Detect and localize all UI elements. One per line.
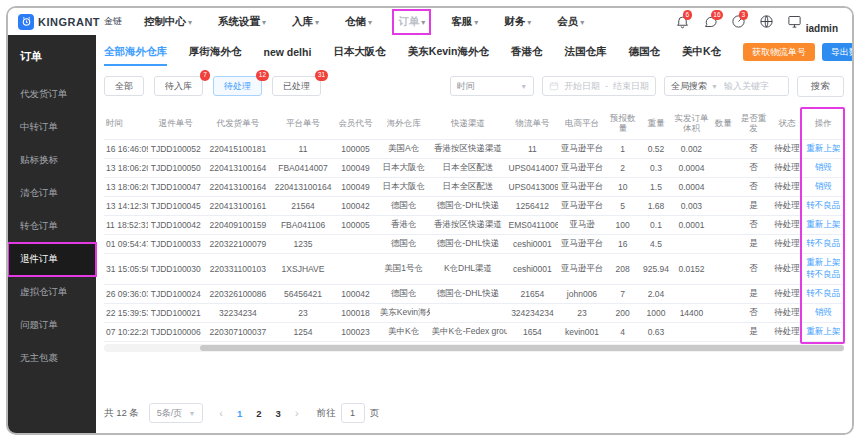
- nav-item-1[interactable]: 系统设置▾: [218, 15, 266, 29]
- warehouse-tab-2[interactable]: new delhi: [264, 40, 312, 65]
- cell-r6-c3: 1XSJHAVE: [273, 254, 334, 285]
- operations-cell: 销毁: [802, 178, 844, 197]
- status-tab-1[interactable]: 待入库7: [154, 76, 203, 96]
- nav-item-4[interactable]: 订单▾: [398, 15, 425, 29]
- warehouse-tab-1[interactable]: 厚街海外仓: [189, 39, 242, 66]
- keyword-input[interactable]: [724, 81, 788, 91]
- nav-item-label: 会员: [557, 15, 578, 27]
- sidebar-item-5[interactable]: 退件订单: [8, 243, 96, 276]
- goto-label: 前往: [317, 407, 336, 420]
- orders-table: 时间退件单号代发货单号平台单号会员代号海外仓库快递渠道物流单号电商平台预报数量重…: [104, 107, 844, 342]
- goto-page-input[interactable]: [341, 403, 365, 423]
- action-link-销毁[interactable]: 销毁: [804, 307, 842, 319]
- time-select[interactable]: 时间 ▼: [450, 76, 534, 96]
- gauge-icon[interactable]: 3: [731, 14, 746, 29]
- horizontal-scrollbar-thumb[interactable]: [200, 345, 844, 351]
- status-tab-2[interactable]: 待处理12: [213, 76, 262, 96]
- warehouse-tab-8[interactable]: 美中K仓: [682, 39, 721, 66]
- sidebar-item-0[interactable]: 代发货订单: [8, 78, 96, 111]
- search-scope-select[interactable]: 全局搜索 ▼: [665, 80, 724, 93]
- cell-r0-c9: 1: [606, 140, 640, 159]
- cell-r7-c0: 26 09:36:03: [104, 285, 148, 304]
- cell-r6-c6: K仓DHL渠道: [430, 254, 507, 285]
- orders-table-wrap: 时间退件单号代发货单号平台单号会员代号海外仓库快递渠道物流单号电商平台预报数量重…: [104, 107, 844, 342]
- action-link-转不良品[interactable]: 转不良品: [804, 269, 842, 281]
- action-link-重新上架[interactable]: 重新上架: [804, 326, 842, 338]
- table-row: 07 10:22:20TJDD1000062203071000371254100…: [104, 323, 844, 342]
- sidebar-item-2[interactable]: 贴标换标: [8, 144, 96, 177]
- app-window: KINGRANT 金链 控制中心▾系统设置▾入库▾仓储▾订单▾客服▾财务▾会员▾…: [6, 6, 854, 435]
- page-number-3[interactable]: 3: [276, 408, 281, 419]
- date-range-input[interactable]: 开始日期 - 结束日期: [542, 76, 656, 96]
- cell-r3-c1: TJDD100045: [148, 197, 203, 216]
- cell-r0-c10: 0.52: [640, 140, 673, 159]
- next-page-button[interactable]: ›: [295, 407, 299, 419]
- sidebar-item-3[interactable]: 清仓订单: [8, 177, 96, 210]
- chevron-down-icon: ▼: [188, 410, 195, 417]
- cell-r8-c1: TJDD100021: [148, 304, 203, 323]
- status-tab-3[interactable]: 已处理31: [272, 76, 321, 96]
- cell-r3-c9: 5: [606, 197, 640, 216]
- globe-icon[interactable]: [759, 14, 774, 29]
- sidebar-item-6[interactable]: 虚拟仓订单: [8, 276, 96, 309]
- cell-r1-c5: 日本大阪仓: [378, 159, 430, 178]
- cell-r4-c8: 亚马逊: [558, 216, 605, 235]
- operations-cell: 重新上架转不良品: [802, 254, 844, 285]
- sidebar-item-8[interactable]: 无主包裹: [8, 342, 96, 375]
- warehouse-tab-6[interactable]: 法国仓库: [564, 39, 606, 66]
- operations-cell: 销毁: [802, 159, 844, 178]
- nav-item-3[interactable]: 仓储▾: [345, 15, 372, 29]
- cell-r1-c0: 13 18:06:20: [104, 159, 148, 178]
- action-link-销毁[interactable]: 销毁: [804, 162, 842, 174]
- nav-item-6[interactable]: 财务▾: [504, 15, 531, 29]
- column-header-10: 重量: [640, 107, 673, 140]
- cell-r2-c13: 否: [736, 178, 772, 197]
- date-end-placeholder: 结束日期: [613, 80, 649, 93]
- nav-item-0[interactable]: 控制中心▾: [144, 15, 192, 29]
- nav-item-5[interactable]: 客服▾: [451, 15, 478, 29]
- status-tab-0[interactable]: 全部: [104, 76, 144, 96]
- cell-r3-c6: 德国仓-DHL快递: [430, 197, 507, 216]
- status-tab-label: 全部: [115, 80, 133, 93]
- warehouse-tab-3[interactable]: 日本大阪仓: [333, 39, 386, 66]
- action-link-转不良品[interactable]: 转不良品: [804, 288, 842, 300]
- toolbar-button-0[interactable]: 获取物流单号: [743, 43, 815, 61]
- cell-r7-c10: 2.04: [640, 285, 673, 304]
- sidebar-item-7[interactable]: 问题订单: [8, 309, 96, 342]
- sidebar-item-4[interactable]: 转仓订单: [8, 210, 96, 243]
- search-button[interactable]: 搜索: [797, 76, 844, 97]
- action-link-重新上架[interactable]: 重新上架: [804, 219, 842, 231]
- total-count: 共 12 条: [104, 407, 139, 420]
- cell-r6-c8: 亚马逊平台: [558, 254, 605, 285]
- monitor-icon[interactable]: [787, 14, 802, 29]
- action-link-重新上架[interactable]: 重新上架: [804, 143, 842, 155]
- cell-r7-c12: [711, 285, 736, 304]
- page-number-1[interactable]: 1: [237, 408, 242, 419]
- warehouse-tab-4[interactable]: 美东Kevin海外仓: [408, 39, 489, 66]
- prev-page-button[interactable]: ‹: [219, 407, 223, 419]
- count-badge: 31: [315, 70, 328, 81]
- cell-r4-c11: 0.0001: [672, 216, 710, 235]
- page-number-2[interactable]: 2: [256, 408, 261, 419]
- cell-r9-c4: 100023: [333, 323, 377, 342]
- filter-row: 全部待入库7待处理12已处理31 时间 ▼ 开始日期 - 结束日期 全局: [104, 75, 844, 97]
- cell-r5-c14: 待处理: [771, 235, 802, 254]
- nav-item-7[interactable]: 会员▾: [557, 15, 584, 29]
- sidebar-item-1[interactable]: 中转订单: [8, 111, 96, 144]
- nav-item-2[interactable]: 入库▾: [292, 15, 319, 29]
- warehouse-tab-5[interactable]: 香港仓: [511, 39, 543, 66]
- cell-r9-c6: 美中K仓-Fedex ground: [430, 323, 507, 342]
- toolbar-button-1[interactable]: 导出数据: [822, 43, 852, 61]
- cell-r2-c6: 日本全区配送: [430, 178, 507, 197]
- action-link-重新上架[interactable]: 重新上架: [804, 257, 842, 269]
- chat-icon[interactable]: 16: [703, 14, 718, 29]
- cell-r3-c5: 德国仓: [378, 197, 430, 216]
- action-link-销毁[interactable]: 销毁: [804, 181, 842, 193]
- page-size-select[interactable]: 5条/页 ▼: [149, 403, 203, 423]
- warehouse-tab-7[interactable]: 德国仓: [628, 39, 660, 66]
- warehouse-tab-0[interactable]: 全部海外仓库: [104, 39, 167, 66]
- action-link-转不良品[interactable]: 转不良品: [804, 238, 842, 250]
- action-link-转不良品[interactable]: 转不良品: [804, 200, 842, 212]
- bell-icon[interactable]: 6: [675, 14, 690, 29]
- cell-r5-c0: 01 09:54:47: [104, 235, 148, 254]
